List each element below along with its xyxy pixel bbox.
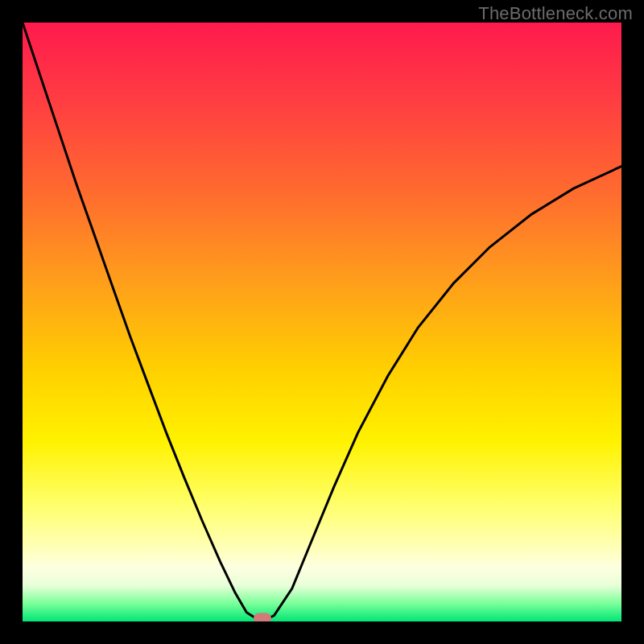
- optimum-marker: [254, 613, 271, 621]
- bottleneck-curve: [23, 23, 621, 621]
- chart-frame: TheBottleneck.com: [0, 0, 644, 644]
- plot-area: [23, 23, 621, 621]
- watermark-text: TheBottleneck.com: [478, 3, 633, 24]
